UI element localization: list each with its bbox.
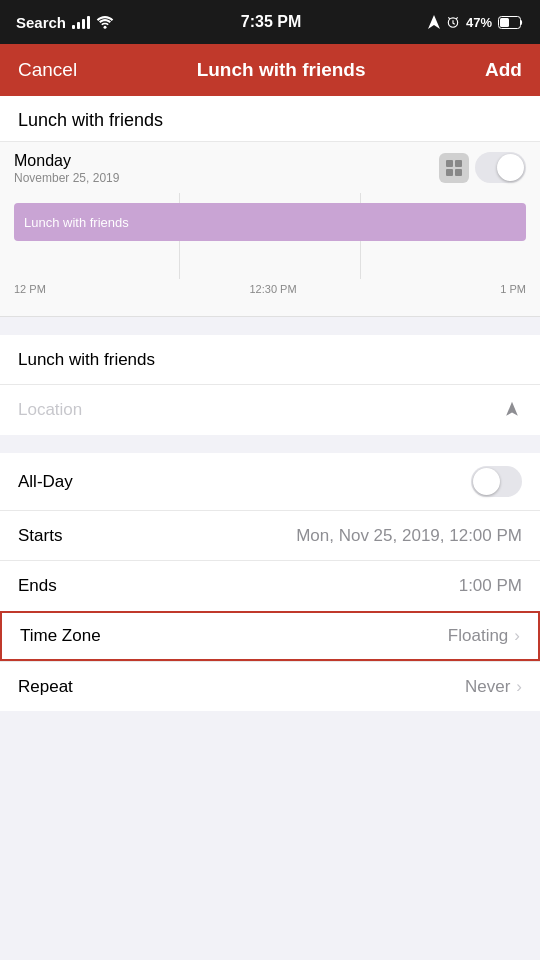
- event-block-label: Lunch with friends: [24, 215, 129, 230]
- time-label-3: 1 PM: [500, 283, 526, 295]
- toggle-knob: [497, 154, 524, 181]
- timezone-chevron-icon: ›: [514, 626, 520, 646]
- svg-rect-3: [500, 18, 509, 27]
- status-bar: Search 7:35 PM 47%: [0, 0, 540, 44]
- wifi-icon: [96, 15, 114, 29]
- timezone-label: Time Zone: [20, 626, 120, 646]
- location-status-icon: [428, 15, 440, 29]
- timezone-value: Floating: [448, 626, 508, 646]
- nav-title: Lunch with friends: [197, 59, 366, 81]
- ends-label: Ends: [18, 576, 118, 596]
- time-grid-area: Lunch with friends 12 PM 12:30 PM 1 PM: [0, 193, 540, 303]
- cal-date-full: November 25, 2019: [14, 171, 119, 185]
- status-left: Search: [16, 14, 114, 31]
- svg-rect-4: [446, 160, 453, 167]
- ends-value: 1:00 PM: [459, 576, 522, 596]
- status-right: 47%: [428, 15, 524, 30]
- carrier-text: Search: [16, 14, 66, 31]
- repeat-chevron-icon: ›: [516, 677, 522, 697]
- preview-event-title: Lunch with friends: [0, 96, 540, 141]
- section-gap-2: [0, 435, 540, 453]
- section-gap-1: [0, 317, 540, 335]
- calendar-grid: Monday November 25, 2019: [0, 141, 540, 316]
- event-block: Lunch with friends: [14, 203, 526, 241]
- nav-bar: Cancel Lunch with friends Add: [0, 44, 540, 96]
- cal-date-info: Monday November 25, 2019: [14, 152, 119, 185]
- svg-point-0: [104, 26, 107, 29]
- starts-label: Starts: [18, 526, 118, 546]
- starts-field[interactable]: Starts Mon, Nov 25, 2019, 12:00 PM: [0, 511, 540, 561]
- event-title-field[interactable]: Lunch with friends: [0, 335, 540, 385]
- battery-text: 47%: [466, 15, 492, 30]
- allday-toggle[interactable]: [471, 466, 522, 497]
- battery-icon: [498, 16, 524, 29]
- svg-rect-5: [455, 160, 462, 167]
- timezone-field[interactable]: Time Zone Floating ›: [0, 611, 540, 661]
- allday-label: All-Day: [18, 472, 118, 492]
- title-location-section: Lunch with friends Location: [0, 335, 540, 435]
- cal-controls: [439, 152, 526, 183]
- allday-knob: [473, 468, 500, 495]
- repeat-label: Repeat: [18, 677, 118, 697]
- cal-day-name: Monday: [14, 152, 119, 170]
- time-label-1: 12 PM: [14, 283, 46, 295]
- location-placeholder: Location: [18, 400, 502, 420]
- repeat-field[interactable]: Repeat Never ›: [0, 661, 540, 711]
- starts-value: Mon, Nov 25, 2019, 12:00 PM: [296, 526, 522, 546]
- allday-field[interactable]: All-Day: [0, 453, 540, 511]
- location-field[interactable]: Location: [0, 385, 540, 435]
- repeat-value: Never: [465, 677, 510, 697]
- alarm-icon: [446, 15, 460, 29]
- location-arrow-icon: [502, 400, 522, 420]
- status-time: 7:35 PM: [241, 13, 301, 31]
- cancel-button[interactable]: Cancel: [18, 59, 77, 81]
- svg-rect-7: [455, 169, 462, 176]
- event-title-value: Lunch with friends: [18, 350, 522, 370]
- calendar-preview: Lunch with friends Monday November 25, 2…: [0, 96, 540, 317]
- grid-view-icon[interactable]: [439, 153, 469, 183]
- add-button[interactable]: Add: [485, 59, 522, 81]
- time-labels: 12 PM 12:30 PM 1 PM: [0, 283, 540, 295]
- datetime-section: All-Day Starts Mon, Nov 25, 2019, 12:00 …: [0, 453, 540, 611]
- calendar-toggle[interactable]: [475, 152, 526, 183]
- time-label-2: 12:30 PM: [250, 283, 297, 295]
- signal-icon: [72, 15, 90, 29]
- ends-field[interactable]: Ends 1:00 PM: [0, 561, 540, 611]
- svg-rect-6: [446, 169, 453, 176]
